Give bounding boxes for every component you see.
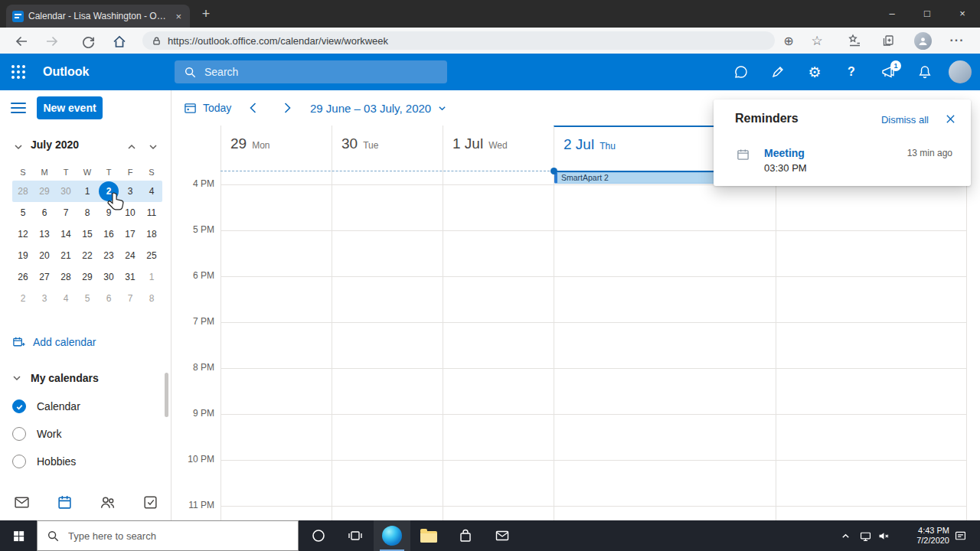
calendar-unchecked-icon[interactable] — [12, 427, 26, 441]
mini-date[interactable]: 7 — [120, 289, 140, 308]
mini-date[interactable]: 28 — [56, 267, 76, 287]
new-tab-button[interactable]: + — [198, 5, 214, 22]
whats-new-megaphone-icon[interactable]: 1 — [870, 54, 906, 90]
tray-chevron-up-icon[interactable] — [836, 520, 854, 551]
mini-date[interactable]: 22 — [77, 246, 97, 266]
browser-tab[interactable]: Calendar - Lisa Washington - Outlook × — [6, 5, 190, 28]
date-range-dropdown[interactable]: 29 June – 03 July, 2020 — [310, 99, 446, 116]
next-week-arrow-icon[interactable] — [278, 99, 296, 117]
today-button[interactable]: Today — [184, 99, 231, 116]
mini-date[interactable]: 8 — [77, 203, 97, 223]
mini-date[interactable]: 6 — [99, 289, 119, 308]
calendar-module-icon[interactable] — [43, 488, 86, 516]
tasks-module-icon[interactable] — [129, 488, 172, 516]
file-explorer-icon[interactable] — [410, 520, 447, 551]
mini-date[interactable]: 6 — [34, 203, 54, 223]
volume-muted-icon[interactable] — [874, 520, 893, 551]
mini-date[interactable]: 29 — [34, 181, 54, 201]
day-header-tuesday[interactable]: 30 Tue — [332, 126, 443, 161]
window-maximize-button[interactable]: □ — [910, 0, 945, 26]
notifications-bell-icon[interactable] — [906, 54, 943, 90]
day-header-wednesday[interactable]: 1 Jul Wed — [443, 126, 554, 161]
reminders-close-icon[interactable] — [943, 112, 957, 126]
mini-calendar-prev-icon[interactable] — [127, 141, 136, 155]
new-event-button[interactable]: New event — [37, 96, 103, 119]
mini-date[interactable]: 30 — [99, 267, 119, 287]
help-icon[interactable]: ? — [833, 54, 870, 90]
people-module-icon[interactable] — [86, 488, 129, 516]
start-button[interactable] — [0, 520, 37, 551]
mini-date[interactable]: 4 — [142, 181, 162, 201]
mini-calendar-next-icon[interactable] — [149, 141, 158, 155]
day-header-monday[interactable]: 29 Mon — [220, 126, 332, 161]
mini-date[interactable]: 11 — [142, 203, 162, 223]
forward-icon[interactable] — [44, 33, 60, 50]
mini-date[interactable]: 27 — [34, 267, 54, 287]
outlook-search-box[interactable] — [175, 60, 447, 83]
favorites-hub-icon[interactable] — [845, 32, 864, 49]
add-favorite-star-icon[interactable]: ☆ — [808, 32, 826, 49]
mini-date[interactable]: 13 — [34, 224, 54, 244]
pen-note-icon[interactable] — [760, 54, 796, 90]
mini-date[interactable]: 14 — [56, 224, 76, 244]
add-calendar-button[interactable]: Add calendar — [12, 333, 96, 351]
mail-module-icon[interactable] — [0, 488, 43, 516]
refresh-icon[interactable] — [80, 33, 96, 50]
settings-gear-icon[interactable]: ⚙ — [796, 54, 833, 90]
sidebar-scrollbar[interactable] — [165, 373, 168, 417]
mini-date[interactable]: 7 — [56, 203, 76, 223]
mini-date[interactable]: 30 — [56, 181, 76, 201]
user-avatar[interactable] — [949, 60, 972, 83]
dismiss-all-button[interactable]: Dismiss all — [881, 114, 929, 126]
outlook-search-input[interactable] — [203, 65, 438, 79]
mini-date[interactable]: 5 — [77, 289, 97, 308]
mini-date[interactable]: 23 — [99, 246, 119, 266]
previous-week-arrow-icon[interactable] — [244, 99, 263, 117]
mini-date[interactable]: 4 — [56, 289, 76, 308]
mini-date[interactable]: 19 — [13, 246, 33, 266]
tab-close-icon[interactable]: × — [173, 11, 184, 22]
cortana-icon[interactable] — [300, 520, 337, 551]
mini-date[interactable]: 5 — [13, 203, 33, 223]
mini-date[interactable]: 16 — [99, 224, 119, 244]
mini-date[interactable]: 12 — [13, 224, 33, 244]
calendar-list-item[interactable]: Calendar — [12, 396, 80, 417]
action-center-icon[interactable] — [949, 520, 971, 551]
reminder-item[interactable]: Meeting 03:30 PM 13 min ago — [714, 142, 971, 179]
edge-taskbar-icon[interactable] — [374, 520, 410, 551]
mini-date[interactable]: 3 — [34, 289, 54, 308]
mini-date[interactable]: 20 — [34, 246, 54, 266]
browser-profile-avatar[interactable] — [914, 32, 932, 50]
address-bar[interactable]: https://outlook.office.com/calendar/view… — [142, 31, 775, 50]
my-calendars-header[interactable]: My calendars — [12, 369, 99, 387]
taskbar-clock[interactable]: 4:43 PM 7/2/2020 — [896, 520, 949, 551]
taskbar-search-input[interactable] — [67, 530, 289, 543]
plus-circle-icon[interactable]: ⊕ — [779, 32, 798, 49]
calendar-list-item[interactable]: Work — [12, 423, 61, 445]
home-icon[interactable] — [111, 33, 128, 50]
mini-date[interactable]: 2 — [13, 289, 33, 308]
calendar-unchecked-icon[interactable] — [12, 455, 26, 468]
calendar-checked-icon[interactable] — [12, 399, 26, 413]
network-icon[interactable] — [856, 520, 874, 551]
window-close-button[interactable]: × — [945, 0, 980, 26]
mini-date[interactable]: 17 — [120, 224, 140, 244]
window-minimize-button[interactable]: – — [874, 0, 910, 26]
mini-date[interactable]: 1 — [77, 181, 97, 201]
microsoft-store-icon[interactable] — [447, 520, 484, 551]
back-icon[interactable] — [13, 33, 30, 50]
mini-date[interactable]: 15 — [77, 224, 97, 244]
hamburger-menu-icon[interactable] — [11, 103, 26, 113]
mini-date[interactable]: 1 — [142, 267, 162, 287]
mini-date[interactable]: 29 — [77, 267, 97, 287]
taskbar-search-box[interactable] — [37, 520, 299, 551]
mini-date[interactable]: 8 — [142, 289, 162, 308]
browser-menu-ellipsis-icon[interactable]: ··· — [948, 32, 966, 49]
mail-app-icon[interactable] — [484, 520, 521, 551]
calendar-list-item[interactable]: Hobbies — [12, 451, 76, 472]
mini-date[interactable]: 24 — [120, 246, 140, 266]
outlook-brand[interactable]: Outlook — [43, 54, 89, 90]
chat-icon[interactable] — [723, 54, 760, 90]
collections-icon[interactable] — [879, 32, 897, 49]
mini-date[interactable]: 28 — [13, 181, 33, 201]
